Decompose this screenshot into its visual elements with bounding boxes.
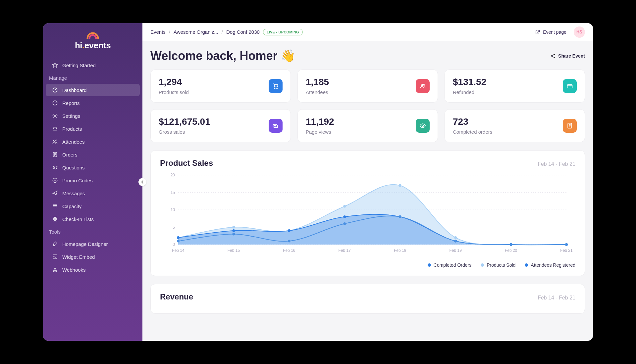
webhook-icon [52,266,58,273]
stat-card-refunded: $131.52Refunded [445,69,585,103]
sidebar-item-homepage-designer[interactable]: Homepage Designer [46,238,140,250]
svg-point-71 [510,243,512,246]
svg-text:20: 20 [171,173,175,177]
svg-point-69 [399,215,401,218]
svg-text:Feb 15: Feb 15 [228,248,240,253]
breadcrumb-sep: / [169,29,170,35]
breadcrumb-root[interactable]: Events [150,29,166,35]
breadcrumb-event[interactable]: Dog Conf 2030 [226,29,260,35]
legend-label: Attendees Registered [531,262,575,268]
tag-icon [52,177,58,184]
stat-value: 723 [453,117,492,127]
stat-value: $131.52 [453,77,486,87]
nav-label: Homepage Designer [62,241,108,247]
sidebar-item-orders[interactable]: Orders [46,148,140,161]
logo[interactable]: hi.events [43,31,142,59]
sidebar-item-reports[interactable]: Reports [46,97,140,109]
svg-point-22 [274,88,275,89]
product-sales-chart: 05101520Feb 14Feb 15Feb 16Feb 17Feb 18Fe… [160,172,575,258]
send-icon [52,190,58,197]
nav-label: Dashboard [62,87,86,93]
svg-text:5: 5 [173,225,175,229]
svg-rect-12 [56,217,57,219]
pie-icon [52,100,58,106]
stat-card-completed-orders: 723Completed orders [445,109,585,142]
stat-card-attendees: 1,185Attendees [297,69,438,103]
stat-label: Attendees [306,89,329,95]
share-icon [550,53,556,59]
share-event-button[interactable]: Share Event [550,53,585,59]
sidebar-item-settings[interactable]: Settings [46,110,140,122]
svg-point-50 [232,226,235,228]
svg-point-70 [454,240,457,242]
nav-label: Messages [62,191,85,196]
star-icon [52,62,58,68]
sidebar: hi.events Getting StartedManageDashboard… [43,23,142,341]
nav-label: Webhooks [62,267,86,273]
scroll-area[interactable]: Welcome back, Homer 👋 Share Event 1,294P… [142,41,593,341]
sidebar-collapse-button[interactable] [138,178,146,186]
cart-icon [269,79,283,93]
nav-label: Getting Started [62,63,96,68]
sidebar-item-getting-started[interactable]: Getting Started [46,59,140,71]
topbar: Events / Awesome Organiz... / Dog Conf 2… [142,23,593,41]
breadcrumb: Events / Awesome Organiz... / Dog Conf 2… [150,29,303,35]
sidebar-item-webhooks[interactable]: Webhooks [46,263,140,276]
sidebar-item-products[interactable]: Products [46,122,140,135]
app-window: hi.events Getting StartedManageDashboard… [43,23,593,341]
stat-value: 1,294 [159,77,189,87]
sidebar-item-capacity[interactable]: Capacity [46,200,140,212]
chart-legend: Completed OrdersProducts SoldAttendees R… [160,262,575,268]
sidebar-item-attendees[interactable]: Attendees [46,135,140,148]
sidebar-item-dashboard[interactable]: Dashboard [46,84,140,96]
nav-label: Check-In Lists [62,216,94,222]
sidebar-item-widget-embed[interactable]: Widget Embed [46,250,140,263]
svg-text:Feb 21: Feb 21 [560,248,573,253]
legend-item: Completed Orders [428,262,471,268]
svg-point-3 [54,140,55,142]
svg-text:Feb 20: Feb 20 [505,248,517,253]
event-page-link[interactable]: Event page [535,29,566,35]
svg-point-67 [288,240,291,242]
gauge-icon [52,87,58,93]
sidebar-item-questions[interactable]: Questions [46,161,140,174]
legend-dot-icon [428,263,431,267]
svg-point-68 [343,222,346,225]
revenue-card: Revenue Feb 14 - Feb 21 [150,284,585,314]
nav-label: Promo Codes [62,178,93,183]
stat-value: 11,192 [306,117,334,127]
svg-text:Feb 17: Feb 17 [339,248,351,253]
sidebar-item-check-in-lists[interactable]: Check-In Lists [46,213,140,225]
legend-dot-icon [481,263,484,267]
cash-icon [269,119,283,133]
svg-text:0: 0 [173,242,175,247]
nav-section-label: Manage [43,72,142,83]
stat-label: Refunded [453,89,486,95]
svg-point-7 [56,168,57,169]
sidebar-item-messages[interactable]: Messages [46,187,140,200]
avatar[interactable]: HS [574,26,585,38]
svg-point-57 [177,236,180,239]
stat-label: Completed orders [453,129,492,135]
svg-point-53 [399,184,401,187]
breadcrumb-sep: / [222,29,223,35]
stat-card-products-sold: 1,294Products sold [150,69,291,103]
stats-grid: 1,294Products sold1,185Attendees$131.52R… [150,69,585,142]
svg-rect-11 [53,217,55,219]
page-title: Welcome back, Homer 👋 [150,49,296,63]
nav-label: Widget Embed [62,254,95,260]
svg-point-58 [232,229,235,232]
svg-rect-27 [273,124,277,127]
svg-point-9 [53,205,55,206]
sidebar-item-promo-codes[interactable]: Promo Codes [46,174,140,187]
breadcrumb-org[interactable]: Awesome Organiz... [174,29,218,35]
chart-title: Product Sales [160,159,213,168]
svg-point-28 [275,125,276,126]
gear-icon [52,113,58,119]
svg-point-65 [177,240,180,242]
svg-point-10 [55,205,57,206]
legend-item: Attendees Registered [525,262,575,268]
svg-point-2 [54,115,56,117]
external-link-icon [535,29,540,35]
svg-point-23 [277,88,278,89]
